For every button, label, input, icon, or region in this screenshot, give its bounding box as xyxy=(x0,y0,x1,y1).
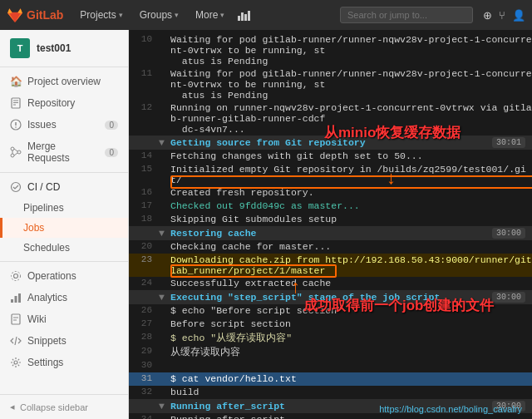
sidebar-item-snippets[interactable]: Snippets xyxy=(0,330,128,352)
sidebar-item-schedules[interactable]: Schedules xyxy=(0,238,128,258)
analytics-icon xyxy=(10,292,22,303)
sidebar-item-merge-requests[interactable]: Merge Requests 0 xyxy=(0,136,128,169)
sidebar-project-header: T test001 xyxy=(0,30,128,67)
sidebar-item-settings[interactable]: Settings xyxy=(0,352,128,373)
more-chevron-icon: ▾ xyxy=(220,11,224,19)
settings-icon xyxy=(10,357,22,368)
sidebar-item-project-overview[interactable]: 🏠 Project overview xyxy=(0,71,128,92)
svg-point-16 xyxy=(14,274,18,279)
svg-point-11 xyxy=(11,147,14,150)
svg-rect-1 xyxy=(241,12,244,21)
user-icon[interactable]: 👤 xyxy=(512,9,525,22)
merge-requests-icon xyxy=(10,146,22,158)
snippets-icon xyxy=(10,335,22,347)
issues-icon xyxy=(10,119,22,131)
search-input[interactable] xyxy=(340,7,473,23)
plus-icon[interactable]: ⊕ xyxy=(483,9,492,22)
home-icon: 🏠 xyxy=(10,76,22,87)
terminal-line: 15 Initialized empty Git repository in /… xyxy=(129,163,532,186)
projects-chevron-icon: ▾ xyxy=(119,11,123,19)
collapse-sidebar-button[interactable]: ◂ Collapse sidebar xyxy=(0,394,128,419)
divider-1 xyxy=(0,172,128,173)
repository-icon xyxy=(10,97,22,109)
issues-count: 0 xyxy=(105,121,118,130)
more-menu[interactable]: More ▾ xyxy=(189,6,231,24)
terminal-line: 32 build xyxy=(129,386,532,399)
terminal-line: 27 Before script section xyxy=(129,318,532,331)
navbar-action-icons: ⊕ ⑂ 👤 xyxy=(483,9,525,22)
terminal-line: 34 Running after_script... xyxy=(129,413,532,419)
sidebar-item-jobs[interactable]: Jobs xyxy=(0,218,128,238)
terminal-line: 30 xyxy=(129,359,532,372)
terminal-line: 26 $ echo "Before script section" xyxy=(129,304,532,318)
terminal-line: 14 Fetching changes with git depth set t… xyxy=(129,150,532,163)
sidebar-item-analytics[interactable]: Analytics xyxy=(0,287,128,308)
terminal-section-git: ▼ Getting source from Git repository 30:… xyxy=(129,136,532,150)
svg-rect-18 xyxy=(11,299,13,303)
terminal-section-cache: ▼ Restoring cache 30:00 xyxy=(129,226,532,240)
terminal-line: 24 Successfully extracted cache xyxy=(129,277,532,290)
terminal-line: 20 Checking cache for master... xyxy=(129,240,532,254)
sidebar-item-issues[interactable]: Issues 0 xyxy=(0,114,128,136)
svg-rect-2 xyxy=(244,14,247,21)
wiki-icon xyxy=(10,313,22,325)
terminal-section-after-script: ▼ Running after_script 30:00 xyxy=(129,399,532,413)
svg-rect-21 xyxy=(12,314,20,324)
svg-line-24 xyxy=(15,337,17,345)
avatar: T xyxy=(10,38,30,58)
navbar: GitLab Projects ▾ Groups ▾ More ▾ ⊕ ⑂ 👤 xyxy=(0,0,532,30)
sidebar-item-pipelines[interactable]: Pipelines xyxy=(0,198,128,218)
operations-icon xyxy=(10,270,22,282)
terminal-content[interactable]: 10 Waiting for pod gitlab-runner/runner-… xyxy=(129,30,532,419)
svg-rect-20 xyxy=(18,293,21,303)
sidebar-item-operations[interactable]: Operations xyxy=(0,265,128,287)
groups-menu[interactable]: Groups ▾ xyxy=(133,6,185,24)
terminal-line-highlighted: 23 Downloading cache.zip from http://192… xyxy=(129,254,532,277)
projects-menu[interactable]: Projects ▾ xyxy=(73,6,129,24)
project-name: test001 xyxy=(37,42,71,54)
svg-point-10 xyxy=(15,126,17,128)
svg-point-12 xyxy=(11,154,14,157)
gitlab-logo[interactable]: GitLab xyxy=(7,7,63,23)
chart-icon[interactable] xyxy=(234,9,254,21)
svg-point-15 xyxy=(12,183,21,192)
svg-rect-19 xyxy=(15,296,17,303)
terminal-line: 12 Running on runner-nqwv28v-project-1-c… xyxy=(129,101,532,136)
terminal-line: 16 Created fresh repository. xyxy=(129,186,532,200)
groups-chevron-icon: ▾ xyxy=(175,11,179,19)
svg-point-25 xyxy=(14,361,17,364)
sidebar-item-repository[interactable]: Repository xyxy=(0,92,128,114)
terminal-line: 28 $ echo "从缓存读取内容" xyxy=(129,331,532,345)
cicd-icon xyxy=(10,181,22,193)
terminal-section-step-script: ▼ Executing "step_script" stage of the j… xyxy=(129,290,532,304)
svg-rect-3 xyxy=(248,11,250,21)
svg-rect-0 xyxy=(238,16,240,21)
commit-icon[interactable]: ⑂ xyxy=(499,9,505,22)
terminal-line: 10 Waiting for pod gitlab-runner/runner-… xyxy=(129,33,532,67)
merge-requests-count: 0 xyxy=(105,148,118,157)
svg-point-13 xyxy=(17,150,21,154)
collapse-icon: ◂ xyxy=(10,402,15,412)
terminal-line: 11 Waiting for pod gitlab-runner/runner-… xyxy=(129,67,532,101)
terminal-output: 10 Waiting for pod gitlab-runner/runner-… xyxy=(129,30,532,419)
terminal-line: 17 Checked out 9fdd049c as master... xyxy=(129,200,532,213)
sidebar: T test001 🏠 Project overview Repository … xyxy=(0,30,129,419)
sidebar-item-wiki[interactable]: Wiki xyxy=(0,308,128,330)
svg-point-17 xyxy=(12,272,21,281)
sidebar-item-cicd[interactable]: CI / CD xyxy=(0,176,128,198)
sidebar-nav: 🏠 Project overview Repository Issues 0 xyxy=(0,67,128,377)
main-layout: T test001 🏠 Project overview Repository … xyxy=(0,30,532,419)
terminal-line: 29 从缓存读取内容 xyxy=(129,345,532,359)
terminal-line: 18 Skipping Git submodules setup xyxy=(129,213,532,226)
divider-2 xyxy=(0,261,128,262)
terminal-line-selected: 31 $ cat vendor/hello.txt xyxy=(129,372,532,386)
